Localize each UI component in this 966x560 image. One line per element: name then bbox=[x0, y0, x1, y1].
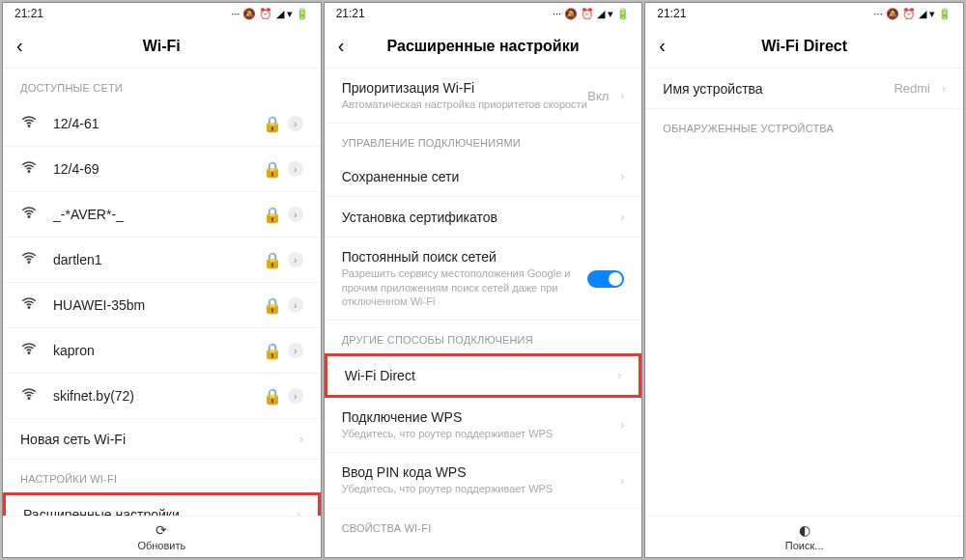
chevron-right-icon: › bbox=[288, 297, 303, 313]
wifi-icon bbox=[20, 294, 40, 316]
refresh-label: Обновить bbox=[137, 540, 185, 551]
new-network-row[interactable]: Новая сеть Wi-Fi › bbox=[3, 419, 321, 460]
page-title: Расширенные настройки bbox=[387, 38, 580, 55]
device-name-value: Redmi bbox=[894, 81, 930, 96]
wps-label: Подключение WPS bbox=[342, 409, 613, 425]
chevron-right-icon: › bbox=[288, 343, 303, 358]
network-row[interactable]: kapron🔒› bbox=[3, 328, 321, 374]
status-icons: ··· 🔕 ⏰ ◢ ▾ 🔋 bbox=[874, 8, 952, 20]
network-name: dartlen1 bbox=[53, 252, 263, 267]
wps-sub: Убедитесь, что роутер поддерживает WPS bbox=[342, 427, 613, 440]
svg-point-3 bbox=[28, 262, 30, 264]
network-name: 12/4-61 bbox=[53, 116, 263, 131]
saved-networks-label: Сохраненные сети bbox=[342, 169, 613, 184]
back-icon[interactable]: ‹ bbox=[659, 35, 666, 57]
refresh-button[interactable]: ⟳ Обновить bbox=[3, 516, 321, 557]
wifi-direct-row[interactable]: Wi-Fi Direct › bbox=[325, 353, 642, 398]
section-wifi-props: СВОЙСТВА WI-FI bbox=[325, 509, 642, 542]
page-title: Wi-Fi Direct bbox=[761, 38, 847, 55]
wifi-priority-sub: Автоматическая настройка приоритетов ско… bbox=[342, 98, 588, 111]
network-row[interactable]: 12/4-69🔒› bbox=[3, 147, 321, 192]
title-bar: ‹ Расширенные настройки bbox=[325, 24, 642, 69]
section-other: ДРУГИЕ СПОСОБЫ ПОДКЛЮЧЕНИЯ bbox=[325, 321, 642, 353]
new-network-label: Новая сеть Wi-Fi bbox=[20, 432, 292, 447]
always-scan-sub: Разрешить сервису местоположения Google … bbox=[342, 266, 588, 308]
network-row[interactable]: HUAWEI-35bm🔒› bbox=[3, 283, 321, 328]
network-name: skifnet.by(72) bbox=[53, 388, 263, 404]
network-name: kapron bbox=[53, 343, 263, 358]
always-scan-toggle[interactable] bbox=[587, 270, 624, 288]
title-bar: ‹ Wi-Fi Direct bbox=[645, 24, 963, 69]
phone-screen-wifi: 21:21 ··· 🔕 ⏰ ◢ ▾ 🔋 ‹ Wi-Fi ДОСТУПНЫЕ СЕ… bbox=[2, 2, 322, 558]
status-time: 21:21 bbox=[14, 7, 43, 20]
search-button[interactable]: ◐ Поиск... bbox=[645, 516, 963, 557]
advanced-label: Расширенные настройки bbox=[23, 507, 289, 516]
network-row[interactable]: 12/4-61🔒› bbox=[3, 101, 321, 147]
always-scan-label: Постоянный поиск сетей bbox=[342, 249, 588, 265]
svg-point-5 bbox=[28, 352, 30, 354]
refresh-icon: ⟳ bbox=[156, 522, 167, 538]
section-networks: ДОСТУПНЫЕ СЕТИ bbox=[3, 69, 321, 101]
wifi-icon bbox=[20, 340, 40, 361]
chevron-right-icon: › bbox=[620, 170, 624, 183]
chevron-right-icon: › bbox=[288, 207, 303, 222]
phone-screen-wifi-direct: 21:21 ··· 🔕 ⏰ ◢ ▾ 🔋 ‹ Wi-Fi Direct Имя у… bbox=[644, 2, 964, 558]
status-bar: 21:21 ··· 🔕 ⏰ ◢ ▾ 🔋 bbox=[325, 3, 642, 24]
lock-icon: 🔒 bbox=[263, 387, 282, 406]
chevron-right-icon: › bbox=[620, 210, 624, 224]
title-bar: ‹ Wi-Fi bbox=[3, 24, 321, 69]
device-name-row[interactable]: Имя устройства Redmi › bbox=[645, 69, 963, 109]
chevron-right-icon: › bbox=[288, 388, 303, 404]
chevron-right-icon: › bbox=[288, 252, 303, 267]
wifi-icon bbox=[20, 385, 40, 406]
status-icons: ··· 🔕 ⏰ ◢ ▾ 🔋 bbox=[553, 8, 630, 20]
network-name: _-*AVER*-_ bbox=[53, 207, 263, 222]
always-scan-row[interactable]: Постоянный поиск сетей Разрешить сервису… bbox=[325, 238, 642, 321]
network-row[interactable]: dartlen1🔒› bbox=[3, 238, 321, 283]
chevron-right-icon: › bbox=[288, 161, 303, 177]
status-icons: ··· 🔕 ⏰ ◢ ▾ 🔋 bbox=[231, 8, 308, 20]
wifi-icon bbox=[20, 158, 40, 180]
wifi-priority-row[interactable]: Приоритизация Wi-Fi Автоматическая настр… bbox=[325, 69, 642, 124]
back-icon[interactable]: ‹ bbox=[16, 35, 23, 57]
network-name: HUAWEI-35bm bbox=[53, 297, 263, 313]
page-title: Wi-Fi bbox=[143, 38, 181, 55]
wps-row[interactable]: Подключение WPS Убедитесь, что роутер по… bbox=[325, 398, 642, 453]
wps-pin-label: Ввод PIN кода WPS bbox=[342, 464, 613, 480]
lock-icon: 🔒 bbox=[263, 251, 282, 269]
back-icon[interactable]: ‹ bbox=[338, 35, 345, 57]
network-row[interactable]: skifnet.by(72)🔒› bbox=[3, 374, 321, 419]
wifi-direct-label: Wi-Fi Direct bbox=[345, 368, 611, 383]
wifi-priority-label: Приоритизация Wi-Fi bbox=[342, 80, 588, 96]
chevron-right-icon: › bbox=[297, 508, 300, 516]
status-time: 21:21 bbox=[336, 7, 365, 20]
lock-icon: 🔒 bbox=[263, 115, 282, 133]
lock-icon: 🔒 bbox=[263, 342, 282, 360]
content: Имя устройства Redmi › ОБНАРУЖЕННЫЕ УСТР… bbox=[645, 69, 963, 516]
svg-point-4 bbox=[28, 307, 30, 309]
wifi-priority-value: Вкл bbox=[587, 89, 609, 103]
lock-icon: 🔒 bbox=[263, 206, 282, 224]
device-name-label: Имя устройства bbox=[663, 81, 894, 97]
wps-pin-row[interactable]: Ввод PIN кода WPS Убедитесь, что роутер … bbox=[325, 453, 642, 508]
chevron-right-icon: › bbox=[620, 418, 624, 432]
saved-networks-row[interactable]: Сохраненные сети › bbox=[325, 156, 642, 197]
content: Приоритизация Wi-Fi Автоматическая настр… bbox=[325, 69, 642, 557]
section-connections: УПРАВЛЕНИЕ ПОДКЛЮЧЕНИЯМИ bbox=[325, 124, 642, 156]
install-certs-label: Установка сертификатов bbox=[342, 210, 613, 225]
svg-point-1 bbox=[28, 171, 30, 173]
wifi-icon bbox=[20, 204, 40, 225]
search-spinner-icon: ◐ bbox=[799, 522, 810, 538]
chevron-right-icon: › bbox=[617, 369, 621, 382]
section-settings: НАСТРОЙКИ WI-FI bbox=[3, 460, 321, 492]
network-row[interactable]: _-*AVER*-_🔒› bbox=[3, 192, 321, 238]
advanced-settings-row[interactable]: Расширенные настройки › bbox=[3, 492, 321, 516]
chevron-right-icon: › bbox=[620, 474, 624, 488]
search-label: Поиск... bbox=[785, 540, 824, 551]
chevron-right-icon: › bbox=[620, 89, 624, 102]
status-time: 21:21 bbox=[657, 7, 686, 20]
install-certs-row[interactable]: Установка сертификатов › bbox=[325, 197, 642, 238]
wifi-icon bbox=[20, 249, 40, 270]
phone-screen-advanced: 21:21 ··· 🔕 ⏰ ◢ ▾ 🔋 ‹ Расширенные настро… bbox=[324, 2, 643, 558]
status-bar: 21:21 ··· 🔕 ⏰ ◢ ▾ 🔋 bbox=[3, 3, 321, 24]
